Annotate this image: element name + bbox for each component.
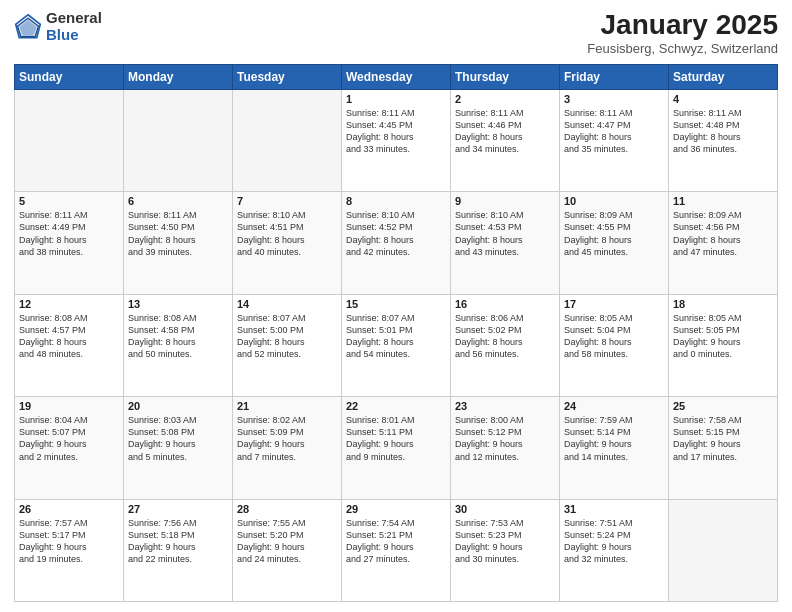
calendar-cell: 19Sunrise: 8:04 AMSunset: 5:07 PMDayligh… [15,397,124,499]
calendar-cell: 17Sunrise: 8:05 AMSunset: 5:04 PMDayligh… [560,294,669,396]
day-info: Sunrise: 8:03 AMSunset: 5:08 PMDaylight:… [128,414,228,463]
day-info: Sunrise: 7:58 AMSunset: 5:15 PMDaylight:… [673,414,773,463]
day-info: Sunrise: 8:10 AMSunset: 4:52 PMDaylight:… [346,209,446,258]
calendar-cell: 16Sunrise: 8:06 AMSunset: 5:02 PMDayligh… [451,294,560,396]
calendar-week-row: 19Sunrise: 8:04 AMSunset: 5:07 PMDayligh… [15,397,778,499]
day-number: 2 [455,93,555,105]
calendar-header-row: SundayMondayTuesdayWednesdayThursdayFrid… [15,64,778,89]
calendar-cell: 12Sunrise: 8:08 AMSunset: 4:57 PMDayligh… [15,294,124,396]
calendar-cell: 10Sunrise: 8:09 AMSunset: 4:55 PMDayligh… [560,192,669,294]
calendar-cell: 7Sunrise: 8:10 AMSunset: 4:51 PMDaylight… [233,192,342,294]
day-info: Sunrise: 8:09 AMSunset: 4:55 PMDaylight:… [564,209,664,258]
day-info: Sunrise: 8:11 AMSunset: 4:50 PMDaylight:… [128,209,228,258]
day-info: Sunrise: 8:07 AMSunset: 5:01 PMDaylight:… [346,312,446,361]
calendar: SundayMondayTuesdayWednesdayThursdayFrid… [14,64,778,602]
day-header-wednesday: Wednesday [342,64,451,89]
day-number: 3 [564,93,664,105]
day-info: Sunrise: 8:10 AMSunset: 4:53 PMDaylight:… [455,209,555,258]
calendar-cell: 15Sunrise: 8:07 AMSunset: 5:01 PMDayligh… [342,294,451,396]
calendar-cell: 27Sunrise: 7:56 AMSunset: 5:18 PMDayligh… [124,499,233,601]
day-number: 24 [564,400,664,412]
calendar-cell: 18Sunrise: 8:05 AMSunset: 5:05 PMDayligh… [669,294,778,396]
calendar-cell: 8Sunrise: 8:10 AMSunset: 4:52 PMDaylight… [342,192,451,294]
day-number: 30 [455,503,555,515]
day-number: 26 [19,503,119,515]
day-header-thursday: Thursday [451,64,560,89]
calendar-cell: 26Sunrise: 7:57 AMSunset: 5:17 PMDayligh… [15,499,124,601]
calendar-week-row: 12Sunrise: 8:08 AMSunset: 4:57 PMDayligh… [15,294,778,396]
calendar-cell [15,89,124,191]
calendar-cell: 4Sunrise: 8:11 AMSunset: 4:48 PMDaylight… [669,89,778,191]
day-info: Sunrise: 8:11 AMSunset: 4:48 PMDaylight:… [673,107,773,156]
logo-icon [14,13,42,41]
day-number: 27 [128,503,228,515]
day-number: 5 [19,195,119,207]
day-number: 18 [673,298,773,310]
day-info: Sunrise: 7:51 AMSunset: 5:24 PMDaylight:… [564,517,664,566]
calendar-week-row: 1Sunrise: 8:11 AMSunset: 4:45 PMDaylight… [15,89,778,191]
day-number: 25 [673,400,773,412]
calendar-cell: 1Sunrise: 8:11 AMSunset: 4:45 PMDaylight… [342,89,451,191]
day-number: 8 [346,195,446,207]
day-number: 13 [128,298,228,310]
day-info: Sunrise: 7:54 AMSunset: 5:21 PMDaylight:… [346,517,446,566]
calendar-cell: 21Sunrise: 8:02 AMSunset: 5:09 PMDayligh… [233,397,342,499]
calendar-cell: 5Sunrise: 8:11 AMSunset: 4:49 PMDaylight… [15,192,124,294]
day-number: 1 [346,93,446,105]
header: General Blue January 2025 Feusisberg, Sc… [14,10,778,56]
calendar-cell: 22Sunrise: 8:01 AMSunset: 5:11 PMDayligh… [342,397,451,499]
day-info: Sunrise: 8:11 AMSunset: 4:45 PMDaylight:… [346,107,446,156]
calendar-cell: 13Sunrise: 8:08 AMSunset: 4:58 PMDayligh… [124,294,233,396]
calendar-cell: 29Sunrise: 7:54 AMSunset: 5:21 PMDayligh… [342,499,451,601]
day-info: Sunrise: 8:10 AMSunset: 4:51 PMDaylight:… [237,209,337,258]
day-number: 17 [564,298,664,310]
logo-text: General Blue [46,10,102,43]
day-header-monday: Monday [124,64,233,89]
month-title: January 2025 [587,10,778,41]
logo-general: General [46,10,102,27]
day-number: 23 [455,400,555,412]
day-number: 28 [237,503,337,515]
calendar-cell: 9Sunrise: 8:10 AMSunset: 4:53 PMDaylight… [451,192,560,294]
calendar-cell [669,499,778,601]
page: General Blue January 2025 Feusisberg, Sc… [0,0,792,612]
calendar-cell [233,89,342,191]
day-number: 14 [237,298,337,310]
day-info: Sunrise: 7:53 AMSunset: 5:23 PMDaylight:… [455,517,555,566]
day-number: 6 [128,195,228,207]
calendar-cell [124,89,233,191]
calendar-cell: 2Sunrise: 8:11 AMSunset: 4:46 PMDaylight… [451,89,560,191]
logo-blue: Blue [46,27,102,44]
day-info: Sunrise: 8:05 AMSunset: 5:04 PMDaylight:… [564,312,664,361]
day-header-saturday: Saturday [669,64,778,89]
calendar-week-row: 5Sunrise: 8:11 AMSunset: 4:49 PMDaylight… [15,192,778,294]
day-number: 15 [346,298,446,310]
calendar-cell: 3Sunrise: 8:11 AMSunset: 4:47 PMDaylight… [560,89,669,191]
day-header-tuesday: Tuesday [233,64,342,89]
calendar-cell: 20Sunrise: 8:03 AMSunset: 5:08 PMDayligh… [124,397,233,499]
day-header-sunday: Sunday [15,64,124,89]
day-number: 10 [564,195,664,207]
day-number: 9 [455,195,555,207]
day-info: Sunrise: 7:56 AMSunset: 5:18 PMDaylight:… [128,517,228,566]
logo: General Blue [14,10,102,43]
day-info: Sunrise: 8:04 AMSunset: 5:07 PMDaylight:… [19,414,119,463]
day-info: Sunrise: 8:07 AMSunset: 5:00 PMDaylight:… [237,312,337,361]
calendar-cell: 28Sunrise: 7:55 AMSunset: 5:20 PMDayligh… [233,499,342,601]
day-number: 12 [19,298,119,310]
day-number: 21 [237,400,337,412]
calendar-cell: 23Sunrise: 8:00 AMSunset: 5:12 PMDayligh… [451,397,560,499]
day-info: Sunrise: 8:01 AMSunset: 5:11 PMDaylight:… [346,414,446,463]
day-info: Sunrise: 8:08 AMSunset: 4:57 PMDaylight:… [19,312,119,361]
day-info: Sunrise: 8:02 AMSunset: 5:09 PMDaylight:… [237,414,337,463]
calendar-cell: 25Sunrise: 7:58 AMSunset: 5:15 PMDayligh… [669,397,778,499]
day-number: 20 [128,400,228,412]
title-block: January 2025 Feusisberg, Schwyz, Switzer… [587,10,778,56]
day-number: 22 [346,400,446,412]
calendar-week-row: 26Sunrise: 7:57 AMSunset: 5:17 PMDayligh… [15,499,778,601]
calendar-cell: 14Sunrise: 8:07 AMSunset: 5:00 PMDayligh… [233,294,342,396]
day-info: Sunrise: 7:57 AMSunset: 5:17 PMDaylight:… [19,517,119,566]
day-info: Sunrise: 8:08 AMSunset: 4:58 PMDaylight:… [128,312,228,361]
day-number: 4 [673,93,773,105]
calendar-cell: 6Sunrise: 8:11 AMSunset: 4:50 PMDaylight… [124,192,233,294]
